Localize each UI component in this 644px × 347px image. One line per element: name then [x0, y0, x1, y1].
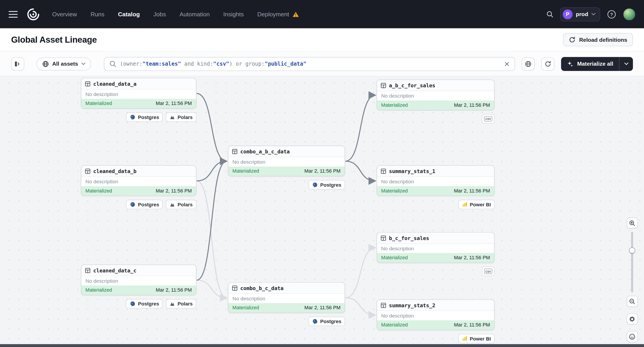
- nodes-layer: cleaned_data_aNo descriptionMaterialized…: [0, 76, 644, 347]
- feedback-icon: [629, 333, 635, 340]
- graph-settings-button[interactable]: [522, 57, 535, 70]
- refresh-button[interactable]: [542, 57, 554, 70]
- asset-tags: CSV: [377, 114, 495, 123]
- asset-search-input[interactable]: (owner:"team:sales" and kind:"csv") or g…: [104, 57, 515, 70]
- lineage-canvas[interactable]: cleaned_data_aNo descriptionMaterialized…: [0, 76, 644, 347]
- nav-item-overview[interactable]: Overview: [52, 11, 77, 17]
- canvas-settings-button[interactable]: [626, 313, 638, 325]
- nav-item-runs[interactable]: Runs: [90, 11, 104, 17]
- tag-label: Power BI: [470, 336, 491, 342]
- asset-node-header: cleaned_data_c: [81, 265, 196, 276]
- asset-node-combo_a_b_c_data[interactable]: combo_a_b_c_dataNo descriptionMaterializ…: [228, 146, 345, 176]
- tag-postgres[interactable]: Postgres: [308, 180, 345, 189]
- dagster-logo-icon[interactable]: [26, 6, 41, 22]
- asset-tags: Power BI: [377, 200, 495, 209]
- tag-powerbi[interactable]: Power BI: [458, 200, 494, 209]
- tag-polars[interactable]: Polars: [166, 299, 196, 308]
- table-icon: [85, 268, 90, 273]
- deployment-label: prod: [576, 11, 588, 17]
- asset-node-header: cleaned_data_a: [81, 78, 196, 89]
- feedback-button[interactable]: [626, 331, 638, 342]
- help-icon[interactable]: ?: [607, 9, 616, 18]
- query-segment: (owner:: [120, 61, 142, 67]
- materialize-options-button[interactable]: [619, 57, 633, 70]
- tag-polars[interactable]: Polars: [166, 200, 196, 209]
- asset-status-row: MaterializedMar 2, 11:56 PM: [228, 167, 344, 176]
- reload-icon: [569, 36, 576, 43]
- horizontal-scrollbar[interactable]: [0, 344, 644, 347]
- sparkle-icon: [567, 60, 574, 67]
- asset-node-b_c_for_sales[interactable]: b_c_for_salesNo descriptionMaterializedM…: [377, 232, 495, 263]
- table-icon: [381, 303, 386, 308]
- nav-item-automation[interactable]: Automation: [180, 11, 210, 17]
- zoom-out-button[interactable]: [626, 296, 638, 307]
- tag-postgres[interactable]: Postgres: [308, 317, 345, 326]
- materialization-timestamp: Mar 2, 11:56 PM: [156, 100, 192, 106]
- asset-tags: Postgres: [228, 180, 345, 189]
- asset-name: summary_stats_2: [389, 302, 436, 309]
- asset-status-row: MaterializedMar 2, 11:56 PM: [377, 186, 494, 196]
- svg-text:CSV: CSV: [485, 117, 491, 121]
- open-panel-button[interactable]: [11, 57, 24, 70]
- nav-item-jobs[interactable]: Jobs: [153, 11, 166, 17]
- zoom-slider-handle[interactable]: [629, 247, 635, 254]
- reload-definitions-label: Reload definitions: [579, 37, 627, 43]
- asset-node-summary_stats_1[interactable]: summary_stats_1No descriptionMaterialize…: [377, 165, 495, 196]
- search-icon[interactable]: [546, 11, 553, 18]
- postgres-icon: [312, 182, 318, 188]
- asset-filter-dropdown[interactable]: All assets: [37, 57, 92, 70]
- zoom-out-icon: [629, 298, 635, 305]
- tag-postgres[interactable]: Postgres: [126, 299, 163, 308]
- asset-node-cleaned_data_c[interactable]: cleaned_data_cNo descriptionMaterialized…: [81, 265, 196, 296]
- deployment-badge: P: [563, 9, 572, 19]
- tag-postgres[interactable]: Postgres: [126, 112, 163, 122]
- asset-name: combo_a_b_c_data: [240, 148, 290, 155]
- asset-description: No description: [377, 177, 494, 186]
- status-badge: Materialized: [381, 102, 408, 108]
- page-header: Global Asset Lineage Reload definitions: [0, 28, 644, 52]
- materialize-all-button[interactable]: Materialize all: [561, 60, 619, 67]
- warning-icon: [292, 11, 299, 17]
- user-avatar[interactable]: [623, 8, 635, 20]
- asset-description: No description: [377, 244, 494, 253]
- asset-node-header: combo_a_b_c_data: [228, 146, 344, 157]
- tag-polars[interactable]: Polars: [166, 112, 196, 122]
- asset-node-combo_b_c_data[interactable]: combo_b_c_dataNo descriptionMaterialized…: [228, 282, 345, 313]
- tag-csv[interactable]: CSV: [482, 267, 494, 276]
- zoom-slider[interactable]: [626, 231, 638, 293]
- asset-node-header: combo_b_c_data: [228, 283, 344, 294]
- nav-item-label: Automation: [180, 11, 210, 17]
- csv-icon: CSV: [484, 268, 492, 275]
- asset-node-cleaned_data_a[interactable]: cleaned_data_aNo descriptionMaterialized…: [81, 78, 196, 109]
- tag-label: Polars: [178, 202, 192, 207]
- zoom-in-button[interactable]: [626, 218, 638, 229]
- status-badge: Materialized: [232, 168, 259, 174]
- tag-powerbi[interactable]: Power BI: [458, 334, 494, 343]
- reload-definitions-button[interactable]: Reload definitions: [563, 33, 633, 46]
- query-segment: "csv": [213, 61, 229, 67]
- table-icon: [85, 81, 90, 87]
- asset-node-cleaned_data_b[interactable]: cleaned_data_bNo descriptionMaterialized…: [81, 165, 196, 196]
- nav-item-deployment[interactable]: Deployment: [257, 11, 299, 17]
- postgres-icon: [130, 114, 136, 120]
- asset-description: No description: [81, 276, 196, 285]
- tag-csv[interactable]: CSV: [482, 114, 494, 123]
- tag-label: Power BI: [470, 202, 491, 207]
- deployment-switcher[interactable]: P prod: [560, 7, 600, 21]
- query-segment: "public_data": [264, 61, 306, 67]
- asset-node-summary_stats_2[interactable]: summary_stats_2No descriptionMaterialize…: [377, 300, 495, 330]
- menu-icon[interactable]: [9, 11, 18, 17]
- status-badge: Materialized: [381, 188, 408, 194]
- clear-search-icon[interactable]: [504, 61, 510, 67]
- nav-item-catalog[interactable]: Catalog: [118, 11, 140, 17]
- asset-name: combo_b_c_data: [240, 285, 284, 291]
- tag-postgres[interactable]: Postgres: [126, 200, 163, 209]
- table-icon: [85, 169, 90, 174]
- nav-item-label: Catalog: [118, 11, 140, 17]
- nav-item-insights[interactable]: Insights: [223, 11, 244, 17]
- asset-status-row: MaterializedMar 2, 11:56 PM: [81, 99, 196, 108]
- asset-node-a_b_c_for_sales[interactable]: a_b_c_for_salesNo descriptionMaterialize…: [377, 79, 495, 110]
- lineage-toolbar: All assets (owner:"team:sales" and kind:…: [0, 51, 644, 76]
- postgres-icon: [130, 301, 136, 307]
- asset-name: summary_stats_1: [389, 168, 436, 174]
